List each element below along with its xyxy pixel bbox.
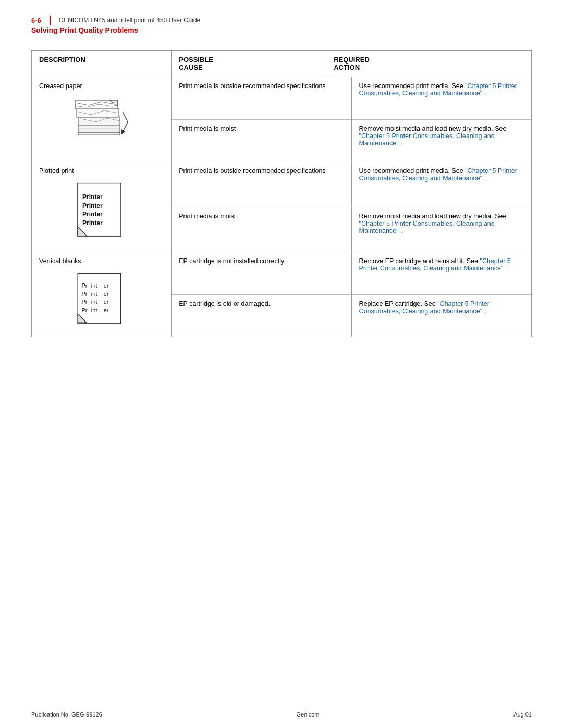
header-top: 6-6 GENICOM LN45 and Intelliprint mL450 … [31, 16, 532, 25]
col-header-description: Description [32, 51, 172, 77]
sub-row-2-vblanks: EP cartridge is old or damaged. Replace … [172, 295, 531, 337]
svg-rect-29 [89, 281, 91, 316]
action-plotted-1: Use recommended print media. See "Chapte… [352, 162, 531, 207]
desc-plotted-print: Plotted print Printer Printer Printer Pr… [32, 162, 172, 252]
svg-text:er: er [103, 291, 108, 297]
action-vblanks-1: Remove EP cartridge and reinstall it. Se… [352, 252, 531, 294]
header-subtitle: Solving Print Quality Problems [31, 26, 532, 34]
svg-text:er: er [103, 282, 108, 289]
image-plotted-print: Printer Printer Printer Printer [70, 181, 133, 243]
cause-plotted-2: Print media is moist [172, 207, 351, 252]
table-row-plotted-print: Plotted print Printer Printer Printer Pr… [32, 162, 531, 252]
image-creased-paper [70, 96, 133, 153]
table-row-vertical-blanks: Vertical blanks Pr int er [32, 252, 531, 337]
svg-text:Printer: Printer [82, 219, 103, 227]
action-vblanks-2: Replace EP cartridge. See "Chapter 5 Pri… [352, 295, 531, 337]
svg-text:int: int [91, 299, 97, 305]
table-header-row: Description Possible Cause Required Acti… [32, 51, 531, 77]
label-plotted-print: Plotted print [39, 167, 74, 178]
action-creased-2: Remove moist media and load new dry medi… [352, 120, 531, 162]
desc-creased-paper: Creased paper [32, 77, 172, 162]
svg-text:Printer: Printer [82, 202, 103, 209]
sub-row-1-vblanks: EP cartridge is not installed correctly.… [172, 252, 531, 295]
sub-row-1-creased: Print media is outside recommended speci… [172, 77, 531, 120]
footer-left: Publication No. GEG-99126 [31, 711, 102, 718]
link-vblanks-2[interactable]: "Chapter 5 Printer Consumables, Cleaning… [359, 300, 489, 315]
svg-text:Pr: Pr [81, 299, 87, 305]
col-header-cause: Possible Cause [172, 51, 326, 77]
page-number: 6-6 [31, 17, 41, 24]
cause-creased-2: Print media is moist [172, 120, 351, 162]
svg-rect-7 [77, 183, 120, 237]
cause-action-plotted-print: Print media is outside recommended speci… [172, 162, 531, 252]
svg-text:Pr: Pr [81, 291, 87, 297]
svg-text:Pr: Pr [81, 307, 87, 313]
content-area: Description Possible Cause Required Acti… [0, 40, 563, 358]
svg-rect-30 [101, 281, 104, 316]
footer-right: Aug 01 [513, 711, 532, 718]
svg-text:Pr: Pr [81, 282, 87, 289]
svg-marker-1 [78, 125, 120, 132]
svg-text:er: er [103, 299, 108, 305]
link-plotted-2[interactable]: "Chapter 5 Printer Consumables, Cleaning… [359, 220, 495, 235]
svg-rect-0 [78, 132, 120, 135]
cause-vblanks-2: EP cartridge is old or damaged. [172, 295, 351, 337]
svg-text:int: int [91, 291, 97, 297]
main-table: Description Possible Cause Required Acti… [31, 50, 532, 337]
sub-row-2-creased: Print media is moist Remove moist media … [172, 120, 531, 162]
svg-text:Printer: Printer [82, 211, 103, 218]
link-creased-2[interactable]: "Chapter 5 Printer Consumables, Cleaning… [359, 132, 495, 147]
sub-row-1-plotted: Print media is outside recommended speci… [172, 162, 531, 207]
svg-text:int: int [91, 307, 97, 313]
label-creased-paper: Creased paper [39, 82, 82, 93]
label-vertical-blanks: Vertical blanks [39, 257, 81, 268]
link-creased-1[interactable]: "Chapter 5 Printer Consumables, Cleaning… [359, 82, 517, 97]
col-header-action: Required Action [326, 51, 531, 77]
link-plotted-1[interactable]: "Chapter 5 Printer Consumables, Cleaning… [359, 167, 517, 182]
action-plotted-2: Remove moist media and load new dry medi… [352, 207, 531, 252]
link-vblanks-1[interactable]: "Chapter 5 Printer Consumables, Cleaning… [359, 257, 511, 272]
svg-text:Printer: Printer [82, 193, 103, 201]
page-footer: Publication No. GEG-99126 Genicom Aug 01 [0, 711, 563, 718]
desc-vertical-blanks: Vertical blanks Pr int er [32, 252, 172, 337]
cause-plotted-1: Print media is outside recommended speci… [172, 162, 351, 207]
footer-center: Genicom [296, 711, 319, 718]
page-container: 6-6 GENICOM LN45 and Intelliprint mL450 … [0, 0, 563, 728]
header-divider [50, 16, 51, 25]
cause-action-creased-paper: Print media is outside recommended speci… [172, 77, 531, 162]
svg-text:er: er [103, 307, 108, 313]
cause-vblanks-1: EP cartridge is not installed correctly. [172, 252, 351, 294]
table-row-creased-paper: Creased paper [32, 77, 531, 162]
svg-text:int: int [91, 282, 97, 289]
header-title-main: GENICOM LN45 and Intelliprint mL450 User… [59, 17, 200, 24]
cause-action-vertical-blanks: EP cartridge is not installed correctly.… [172, 252, 531, 337]
image-vertical-blanks: Pr int er Pr int er Pr int er Pr int [70, 271, 133, 328]
cause-creased-1: Print media is outside recommended speci… [172, 77, 351, 119]
page-header: 6-6 GENICOM LN45 and Intelliprint mL450 … [0, 0, 563, 40]
action-creased-1: Use recommended print media. See "Chapte… [352, 77, 531, 119]
sub-row-2-plotted: Print media is moist Remove moist media … [172, 207, 531, 252]
